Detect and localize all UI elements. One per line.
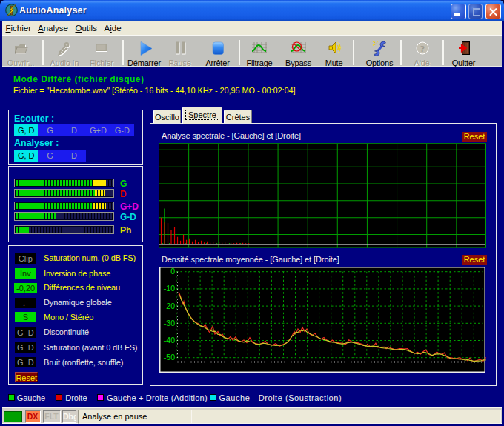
svg-text:-10: -10 [164, 284, 175, 293]
svg-text:0: 0 [170, 267, 175, 276]
svg-text:?: ? [420, 43, 425, 54]
svg-text:-20: -20 [164, 302, 175, 310]
svg-text:-30: -30 [164, 319, 175, 327]
svg-text:-40: -40 [164, 336, 175, 345]
svg-text:-50: -50 [164, 353, 175, 362]
